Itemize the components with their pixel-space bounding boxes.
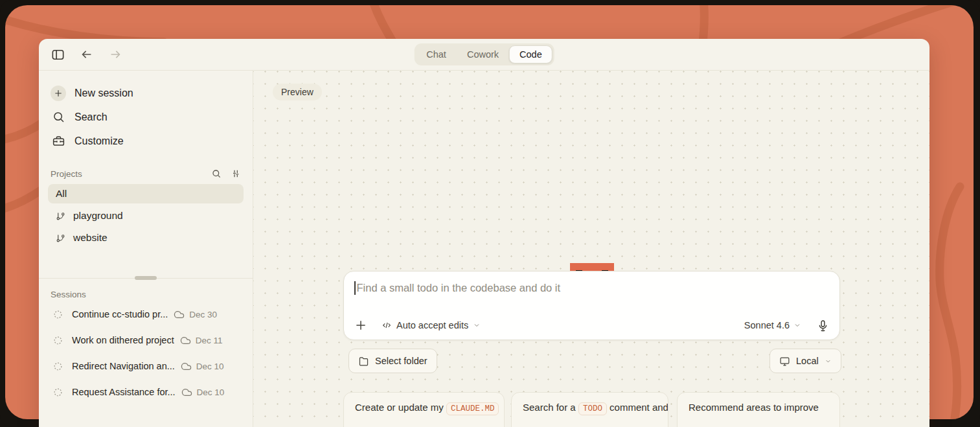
new-session-button[interactable]: New session <box>48 81 244 105</box>
sidebar-toggle-icon[interactable] <box>51 47 65 62</box>
search-label: Search <box>74 111 108 123</box>
chevron-down-icon <box>793 321 801 329</box>
dashed-circle-icon <box>53 362 63 371</box>
prompt-placeholder: Find a small todo in the codebase and do… <box>357 282 561 294</box>
git-branch-icon <box>56 211 65 221</box>
project-item-website[interactable]: website <box>48 228 244 248</box>
suggestion-card-claude-md[interactable]: Create or update my CLAUDE.MD <box>343 392 505 427</box>
new-session-label: New session <box>74 87 133 99</box>
code-chip: CLAUDE.MD <box>446 402 499 415</box>
environment-dropdown[interactable]: Local <box>769 349 841 373</box>
divider-drag-handle[interactable] <box>135 276 157 280</box>
customize-button[interactable]: Customize <box>48 129 244 153</box>
session-title: Work on dithered project <box>72 335 174 345</box>
project-website-label: website <box>73 232 108 244</box>
project-item-playground[interactable]: playground <box>48 206 244 225</box>
main-canvas: Preview Find a small todo in <box>253 71 929 427</box>
git-branch-icon <box>56 233 65 243</box>
session-title: Continue cc-studio pr... <box>72 309 168 319</box>
suggestion-text: Recommend areas to improve <box>689 402 819 413</box>
sidebar-split-divider <box>48 276 244 281</box>
project-item-all[interactable]: All <box>48 184 244 203</box>
code-chip: TODO <box>578 402 607 415</box>
monitor-icon <box>779 356 790 367</box>
auto-accept-label: Auto accept edits <box>396 320 468 330</box>
session-date: Dec 10 <box>196 362 224 371</box>
model-selector-dropdown[interactable]: Sonnet 4.6 <box>744 320 801 330</box>
suggestion-text: Search for a <box>523 402 578 413</box>
project-all-label: All <box>56 188 67 200</box>
cloud-icon <box>174 309 185 320</box>
app-window: Chat Cowork Code New session Sea <box>39 39 929 427</box>
dashed-circle-icon <box>53 336 63 345</box>
code-icon <box>382 320 392 330</box>
sessions-header: Sessions <box>48 287 244 301</box>
session-date: Dec 11 <box>196 336 223 345</box>
project-playground-label: playground <box>73 210 123 222</box>
attach-plus-icon[interactable] <box>354 319 367 332</box>
suggestion-text: Create or update my <box>355 402 446 413</box>
search-icon <box>51 110 66 124</box>
cloud-icon <box>181 361 192 372</box>
session-item-2[interactable]: Work on dithered project Dec 11 <box>48 327 244 353</box>
session-date: Dec 10 <box>197 387 225 397</box>
projects-header: Projects <box>48 166 244 181</box>
session-date: Dec 30 <box>189 310 217 319</box>
session-item-3[interactable]: Redirect Navigation an... Dec 10 <box>48 353 244 379</box>
toolbox-icon <box>51 134 66 148</box>
prompt-input[interactable]: Find a small todo in the codebase and do… <box>354 281 829 295</box>
search-button[interactable]: Search <box>48 105 244 129</box>
session-title: Request Assistance for... <box>72 387 176 397</box>
projects-search-icon[interactable] <box>211 168 222 179</box>
environment-label: Local <box>796 356 819 366</box>
tab-chat[interactable]: Chat <box>416 45 457 63</box>
model-label: Sonnet 4.6 <box>744 320 790 330</box>
composer: Find a small todo in the codebase and do… <box>343 271 840 340</box>
plus-icon <box>51 86 66 101</box>
auto-accept-edits-dropdown[interactable]: Auto accept edits <box>382 320 481 330</box>
preview-badge: Preview <box>273 84 322 100</box>
dashed-circle-icon <box>53 387 63 397</box>
session-item-4[interactable]: Request Assistance for... Dec 10 <box>48 379 244 405</box>
suggestion-text: comment and <box>607 402 668 413</box>
forward-arrow-icon[interactable] <box>108 47 122 62</box>
folder-icon <box>358 356 369 367</box>
back-arrow-icon[interactable] <box>80 47 94 62</box>
topbar: Chat Cowork Code <box>39 39 929 71</box>
session-title: Redirect Navigation an... <box>72 361 175 371</box>
tab-cowork[interactable]: Cowork <box>457 45 509 63</box>
select-folder-button[interactable]: Select folder <box>348 349 437 373</box>
screen: Chat Cowork Code New session Sea <box>0 0 980 427</box>
cloud-icon <box>181 387 192 398</box>
sidebar: New session Search <box>39 71 253 427</box>
suggestion-card-improve[interactable]: Recommend areas to improve <box>677 392 840 427</box>
dashed-circle-icon <box>53 310 63 319</box>
session-item-1[interactable]: Continue cc-studio pr... Dec 30 <box>48 301 244 327</box>
cloud-icon <box>180 335 191 346</box>
chevron-down-icon <box>825 358 832 365</box>
text-caret <box>354 281 356 295</box>
mode-tabs: Chat Cowork Code <box>414 43 554 65</box>
projects-header-label: Projects <box>51 169 211 179</box>
filter-sliders-icon[interactable] <box>231 168 241 179</box>
microphone-icon[interactable] <box>817 319 829 332</box>
tab-code[interactable]: Code <box>509 45 553 63</box>
select-folder-label: Select folder <box>375 356 427 366</box>
suggestion-card-todo[interactable]: Search for a TODO comment and <box>511 392 668 427</box>
chevron-down-icon <box>473 321 481 329</box>
customize-label: Customize <box>74 135 124 147</box>
